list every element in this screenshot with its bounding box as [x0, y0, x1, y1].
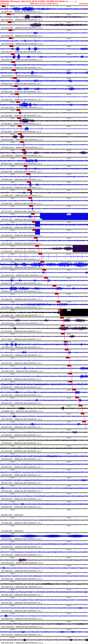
- pick-flag[interactable]: xT 4: [64, 341, 67, 342]
- trace-label[interactable]: TA E04D BHZ -- 99999.0km BW HIGHPASS, 2.…: [1, 250, 42, 252]
- pick-flag[interactable]: xT 4: [42, 269, 46, 270]
- pick-flag[interactable]: xT 4: [12, 70, 16, 71]
- pick-flag[interactable]: xT 4: [58, 309, 62, 310]
- pick-flag[interactable]: xT 4: [29, 205, 33, 207]
- pick-flag[interactable]: xT 4: [14, 86, 18, 87]
- trace-label[interactable]: UW CPW EHZ -- 99999.0km BW HIGHPASS, 2.0…: [1, 554, 42, 556]
- trace-label[interactable]: UW LKVW EHZ -- 99999.0km BW HIGHPASS, 2.…: [1, 75, 43, 77]
- trace-label[interactable]: UO HUO EHZ -- 99999.0km BW HIGHPASS, 2.0…: [1, 258, 42, 260]
- trace-label[interactable]: PB B018 EHZ -- 99999.0km BW HIGHPASS, 2.…: [1, 490, 42, 492]
- trace-label[interactable]: UW OOW EHZ -- 99999.0km BW HIGHPASS, 2.0…: [1, 59, 43, 61]
- pick-flag[interactable]: xT 4: [20, 141, 24, 143]
- trace-label[interactable]: CC STD BHZ -- 99999.0km BW HIGHPASS, 2.0…: [1, 330, 41, 332]
- trace-label[interactable]: UW HDW EHZ -- 99999.0km BW HIGHPASS, 2.0…: [1, 578, 43, 580]
- pick-flag[interactable]: xT 4: [79, 405, 82, 406]
- trace-label[interactable]: UW OCP EHZ -- 99999.0km BW HIGHPASS, 2.0…: [1, 602, 42, 604]
- pick-flag[interactable]: xT 4: [72, 389, 76, 390]
- trace-label[interactable]: UW WRD EHZ -- 99999.0km BW HIGHPASS, 2.0…: [1, 306, 43, 308]
- pick-flag[interactable]: xT 4: [16, 102, 20, 103]
- trace-label[interactable]: PB B019 EHZ -- 99999.0km BW HIGHPASS, 2.…: [1, 498, 42, 500]
- trace-label[interactable]: CN GDR EHZ -- 99999.0km BW HIGHPASS, 2.0…: [1, 202, 42, 204]
- trace-label[interactable]: UW BLN EHZ -- 99999.0km BW HIGHPASS, 2.0…: [1, 538, 42, 540]
- pick-flag[interactable]: xT 4: [9, 30, 12, 31]
- trace-label[interactable]: PB B005 EHZ -- 99999.0km BW HIGHPASS, 2.…: [1, 282, 42, 284]
- trace-label[interactable]: PB B943 EHZ -- 99999.0km BW HIGHPASS, 2.…: [1, 91, 42, 93]
- pick-flag[interactable]: xT 4: [27, 181, 30, 183]
- trace-label[interactable]: UO IRQ EHZ -- 99999.0km BW HIGHPASS, 2.0…: [1, 131, 41, 133]
- pick-flag[interactable]: xT 4: [18, 126, 21, 127]
- trace-label[interactable]: UW GHW EHZ -- 99999.0km BW HIGHPASS, 2.0…: [1, 35, 43, 37]
- trace-label[interactable]: UW DOSE BHZ -- 99999.0km BW HIGHPASS, 2.…: [1, 322, 43, 324]
- trace-label[interactable]: UW SLF EHZ -- 99999.0km BW HIGHPASS, 2.0…: [1, 210, 42, 212]
- trace-label[interactable]: UW LTY BHZ -- 99999.0km BW HIGHPASS, 2.0…: [1, 338, 41, 340]
- trace-label[interactable]: CN PFB HHZ -- 99999.0km BW HIGHPASS, 2.0…: [1, 442, 41, 444]
- trace-label[interactable]: UW HBQ EHZ -- 99999.0km BW HIGHPASS, 2.0…: [1, 234, 42, 236]
- trace-label[interactable]: UW WISH BHZ -- 99999.0km BW HIGHPASS, 2.…: [1, 642, 43, 644]
- pick-flag[interactable]: xT 4: [24, 165, 27, 167]
- trace-label[interactable]: PB B017 EHZ -- 99999.0km BW HIGHPASS, 2.…: [1, 482, 42, 484]
- trace-label[interactable]: UW STOR HHZ -- 99999.0km BW HIGHPASS, 2.…: [1, 626, 43, 628]
- trace-label[interactable]: CN VGZ HHZ -- 99999.0km BW HIGHPASS, 2.0…: [1, 450, 42, 452]
- pick-flag[interactable]: xT 4: [32, 221, 36, 223]
- trace-label[interactable]: UW FHE EHZ -- 99999.0km BW HIGHPASS, 2.0…: [1, 51, 42, 53]
- trace-label[interactable]: NV NCBC HHZ -- 99999.0km BW HIGHPASS, 2.…: [1, 314, 43, 316]
- pick-flag[interactable]: xT 4: [22, 149, 25, 151]
- pick-flag[interactable]: xT 4: [9, 38, 12, 39]
- trace-label[interactable]: UW FMW EHZ -- 99999.0km BW HIGHPASS, 2.0…: [1, 346, 43, 348]
- trace-label[interactable]: UW BBQ EHZ -- 99999.0km BW HIGHPASS, 2.0…: [1, 226, 42, 228]
- trace-label[interactable]: UW RRHS EHZ -- 99999.0km BW HIGHPASS, 2.…: [1, 147, 43, 149]
- trace-label[interactable]: UW MRBL HHZ -- 99999.0km BW HIGHPASS, 2.…: [1, 410, 43, 412]
- trace-label[interactable]: PB B032 EHZ -- 99999.0km BW HIGHPASS, 2.…: [1, 171, 42, 173]
- pick-flag[interactable]: xT 4: [61, 325, 64, 326]
- trace-label[interactable]: UW OBC EHZ -- 99999.0km BW HIGHPASS, 2.0…: [1, 594, 42, 596]
- pick-flag[interactable]: xT 4: [16, 110, 20, 111]
- pick-flag[interactable]: xT 4: [32, 229, 36, 231]
- trace-label[interactable]: UW JORV EHZ -- 99999.0km BW HIGHPASS, 2.…: [1, 107, 43, 109]
- trace-label[interactable]: UW RCS EHZ -- 99999.0km BW HIGHPASS, 2.0…: [1, 266, 42, 268]
- pick-flag[interactable]: xT 4: [40, 261, 44, 263]
- pick-flag[interactable]: xT 4: [57, 301, 60, 302]
- trace-label[interactable]: UW BRAN BHZ -- 99999.0km BW HIGHPASS, 2.…: [1, 139, 43, 141]
- trace-label[interactable]: TA D03D BHZ -- 99999.0km BW HIGHPASS, 2.…: [1, 522, 42, 524]
- pick-flag[interactable]: xT 4: [67, 365, 71, 366]
- pick-flag[interactable]: xT 4: [10, 46, 13, 47]
- trace-label[interactable]: UW LEBA HHZ -- 99999.0km BW HIGHPASS, 2.…: [1, 586, 43, 588]
- pick-flag[interactable]: xT 4: [28, 197, 32, 199]
- pick-flag[interactable]: xT 4: [31, 213, 35, 215]
- pick-flag[interactable]: xT 4: [18, 134, 22, 135]
- trace-label[interactable]: PB B004 EHZ -- 99999.0km BW HIGHPASS, 2.…: [1, 466, 42, 468]
- pick-flag[interactable]: xT 4: [69, 381, 72, 382]
- trace-label[interactable]: UW SQM EHZ -- 99999.0km BW HIGHPASS, 2.0…: [1, 298, 42, 300]
- trace-label[interactable]: CC SEP EHZ -- 99999.0km BW HIGHPASS, 2.0…: [1, 378, 41, 380]
- pick-flag[interactable]: xT 4: [66, 357, 69, 358]
- pick-flag[interactable]: xT 4: [15, 94, 19, 95]
- trace-label[interactable]: UW ON2 EHZ -- 99999.0km BW HIGHPASS, 2.0…: [1, 362, 42, 364]
- trace-label[interactable]: UW GNW BHZ -- 99999.0km BW HIGHPASS, 2.0…: [1, 155, 43, 157]
- pick-flag[interactable]: xT 4: [7, 14, 10, 15]
- pick-flag[interactable]: xT 4: [55, 293, 58, 294]
- pick-flag[interactable]: xT 4: [12, 62, 15, 63]
- trace-label[interactable]: UW PRO EHZ -- 99999.0km BW HIGHPASS, 2.0…: [1, 394, 42, 396]
- trace-label[interactable]: PB B928 EHZ -- 99999.0km BW HIGHPASS, 2.…: [1, 506, 42, 508]
- trace-label[interactable]: UW RCM EHZ -- 99999.0km BW HIGHPASS, 2.0…: [1, 67, 42, 69]
- pick-flag[interactable]: xT 4: [27, 189, 31, 191]
- pick-flag[interactable]: xT 4: [81, 413, 84, 414]
- trace-label[interactable]: TA I04A BHZ -- 99999.0km BW HIGHPASS, 2.…: [1, 123, 41, 125]
- trace-label[interactable]: UW STW EHZ -- 99999.0km BW HIGHPASS, 2.0…: [1, 634, 42, 636]
- trace-label[interactable]: PB B006 EHZ -- 99999.0km BW HIGHPASS, 2.…: [1, 290, 42, 292]
- trace-label[interactable]: UW SMW EHZ -- 99999.0km BW HIGHPASS, 2.0…: [1, 618, 43, 620]
- trace-label[interactable]: UW OTR EHZ -- 99999.0km BW HIGHPASS, 2.0…: [1, 610, 42, 612]
- pick-flag[interactable]: xT 4: [75, 397, 79, 398]
- trace-label[interactable]: UW JCW EHZ -- 99999.0km BW HIGHPASS, 2.0…: [1, 418, 42, 420]
- trace-label[interactable]: UW GSM EHZ -- 99999.0km BW HIGHPASS, 2.0…: [1, 570, 42, 572]
- trace-label[interactable]: CN OZB BHZ -- 99999.0km BW HIGHPASS, 2.0…: [1, 434, 42, 436]
- trace-label[interactable]: UW OSD EHZ -- 99999.0km BW HIGHPASS, 2.0…: [1, 99, 42, 101]
- trace-label[interactable]: PB B941 EHZ -- 99999.0km: [1, 514, 24, 516]
- trace-label[interactable]: UW LRJV BHZ -- 99999.0km BW HIGHPASS, 2.…: [1, 27, 43, 29]
- pick-flag[interactable]: xT 4: [11, 54, 15, 55]
- trace-label[interactable]: UW HMET EHZ -- 99999.0km BW HIGHPASS, 2.…: [1, 370, 43, 372]
- trace-label[interactable]: PB B204 EHZ -- 99999.0km BW HIGHPASS, 2.…: [1, 402, 42, 404]
- trace-label[interactable]: PB B031 EHZ -- 99999.0km BW HIGHPASS, 2.…: [1, 163, 42, 165]
- pick-flag[interactable]: xT 4: [61, 333, 64, 334]
- pick-flag[interactable]: xT 4: [44, 277, 48, 278]
